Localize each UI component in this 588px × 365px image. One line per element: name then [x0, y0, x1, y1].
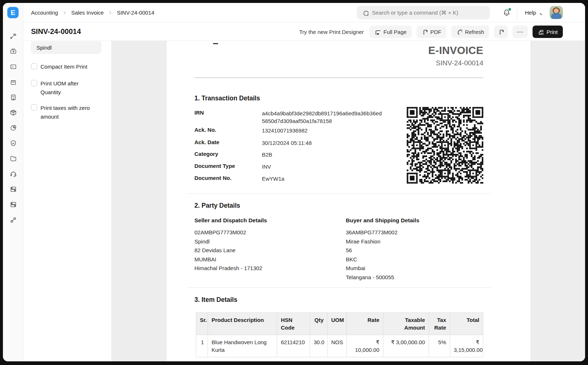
- item-cell: ₹ 10,000.00: [347, 335, 383, 357]
- breadcrumb: AccountingSales InvoiceSINV-24-00014: [31, 3, 154, 22]
- refresh-button[interactable]: Refresh: [451, 26, 490, 38]
- seller-details: Seller and Dispatch Details 02AMBPG7773M…: [194, 217, 326, 273]
- refresh-label: Refresh: [465, 29, 484, 35]
- address-line: Mumbai: [346, 264, 477, 273]
- help-label: Help: [525, 9, 536, 16]
- column-header: UOM: [328, 313, 347, 335]
- seller-address: 02AMBPG7773M002Spindl82 Devidas LaneMUMB…: [194, 228, 326, 273]
- folder-icon[interactable]: [9, 155, 17, 162]
- party-heading: 2. Party Details: [194, 202, 240, 210]
- column-header: Sr.: [196, 313, 208, 335]
- field-value: INV: [262, 163, 384, 170]
- chevron-right-icon: [108, 10, 113, 15]
- items-table: Sr.Product DescriptionHSN CodeQtyUOMRate…: [196, 312, 483, 357]
- print-preview-area[interactable]: E-INVOICE SINV-24-00014 1. Transaction D…: [111, 41, 585, 361]
- buyer-details: Buyer and Shipping Details 36AMBPG7773M0…: [346, 217, 477, 282]
- search-input[interactable]: [372, 9, 481, 16]
- einvoice-title: E-INVOICE: [428, 45, 483, 57]
- column-header: Product Description: [208, 313, 277, 335]
- section-divider: [187, 287, 491, 288]
- breadcrumb-item[interactable]: Accounting: [31, 9, 58, 16]
- chevron-right-icon: [62, 10, 67, 15]
- toggles-icon[interactable]: [9, 185, 17, 193]
- file-icon: [498, 29, 504, 35]
- column-header: Total: [450, 313, 483, 335]
- avatar-body: [551, 13, 561, 19]
- toggles-alt-icon[interactable]: [9, 201, 17, 208]
- pdf-button[interactable]: PDF: [417, 26, 446, 38]
- field-value: a4cb4a9babf3de2982db8917196a6ed9a36b36ed…: [262, 110, 384, 125]
- section-divider: [187, 193, 491, 194]
- einvoice-qr-code: [407, 107, 483, 184]
- help-menu[interactable]: Help: [525, 3, 543, 22]
- item-cell: 1: [196, 335, 208, 357]
- print-settings-panel: Spindl Compact Item PrintPrint UOM after…: [23, 41, 111, 361]
- checkbox-label: Compact Item Print: [40, 62, 100, 71]
- page-actions: Try the new Print Designer Full Page PDF…: [299, 26, 563, 38]
- field-label: Ack. No.: [194, 127, 262, 133]
- buyer-address: 36AMBPG7773M002Mirae Fashion56BKCMumbaiT…: [346, 228, 477, 282]
- headset-icon[interactable]: [9, 170, 17, 178]
- column-header: Tax Rate: [429, 313, 450, 335]
- more-options-button[interactable]: ···: [512, 26, 528, 38]
- print-designer-link[interactable]: Try the new Print Designer: [299, 29, 364, 35]
- erpnext-logo[interactable]: E: [7, 7, 19, 18]
- print-format-select[interactable]: Spindl: [31, 41, 101, 54]
- user-avatar[interactable]: [550, 6, 563, 19]
- field-label: Ack. Date: [194, 139, 262, 145]
- item-cell: 30.0: [310, 335, 328, 357]
- checkbox[interactable]: [31, 104, 37, 111]
- address-line: Telangana - 500055: [346, 273, 477, 282]
- field-value: 132410071936982: [262, 127, 384, 134]
- checkbox[interactable]: [31, 80, 37, 86]
- address-line: MUMBAI: [194, 255, 326, 264]
- app-window: E AccountingSales InvoiceSINV-24-00014 H…: [3, 3, 585, 361]
- breadcrumb-item[interactable]: SINV-24-00014: [117, 9, 154, 16]
- field-value: EwYW1a: [262, 175, 384, 182]
- pie-chart-icon[interactable]: [9, 124, 17, 132]
- file-icon: [422, 29, 428, 35]
- building-icon[interactable]: [9, 93, 17, 101]
- print-button[interactable]: Print: [533, 26, 563, 38]
- full-page-button[interactable]: Full Page: [370, 26, 411, 38]
- checkbox[interactable]: [31, 63, 37, 69]
- seller-heading: Seller and Dispatch Details: [194, 217, 326, 224]
- checkbox-row: Print UOM after Quantity: [31, 79, 100, 96]
- shield-check-icon[interactable]: [9, 139, 17, 147]
- shopping-bag-icon[interactable]: [9, 78, 17, 86]
- checkbox-label: Print taxes with zero amount: [40, 104, 100, 121]
- address-line: 02AMBPG7773M002: [194, 228, 326, 237]
- item-cell: ₹ 3,00,000.00: [383, 335, 429, 357]
- field-value: B2B: [262, 151, 384, 158]
- field-label: Document No.: [194, 175, 262, 181]
- checkbox-label: Print UOM after Quantity: [40, 79, 100, 96]
- package-icon[interactable]: [9, 109, 17, 116]
- item-cell: 62114210: [277, 335, 310, 357]
- column-header: Rate: [347, 313, 383, 335]
- card-icon[interactable]: [9, 63, 17, 70]
- search-bar[interactable]: [357, 6, 490, 19]
- buyer-heading: Buyer and Shipping Details: [346, 217, 477, 224]
- breadcrumb-item[interactable]: Sales Invoice: [71, 9, 104, 16]
- item-cell: Blue Handwoven Long Kurta: [208, 335, 277, 357]
- search-icon: [362, 9, 368, 16]
- top-bar: AccountingSales InvoiceSINV-24-00014 Hel…: [23, 3, 585, 22]
- plug-icon[interactable]: [9, 216, 17, 224]
- tools-icon[interactable]: [9, 32, 17, 40]
- item-row: 1Blue Handwoven Long Kurta6211421030.0NO…: [196, 335, 483, 357]
- field-value: 30/12/2024 05:11:48: [262, 139, 384, 147]
- printer-icon: [538, 29, 543, 35]
- address-line: 36AMBPG7773M002: [346, 228, 477, 237]
- letterhead-button[interactable]: [494, 26, 508, 38]
- column-header: HSN Code: [277, 313, 310, 335]
- transaction-heading: 1. Transaction Details: [194, 95, 260, 102]
- full-page-label: Full Page: [383, 29, 406, 35]
- chevron-down-icon: [538, 10, 543, 15]
- notifications-button[interactable]: [502, 8, 511, 17]
- header-rule: [194, 77, 483, 78]
- print-format-value: Spindl: [36, 45, 52, 51]
- cash-register-icon[interactable]: [9, 47, 17, 55]
- field-label: IRN: [194, 110, 262, 116]
- column-header: Qty: [310, 313, 328, 335]
- address-line: Spindl: [194, 237, 326, 246]
